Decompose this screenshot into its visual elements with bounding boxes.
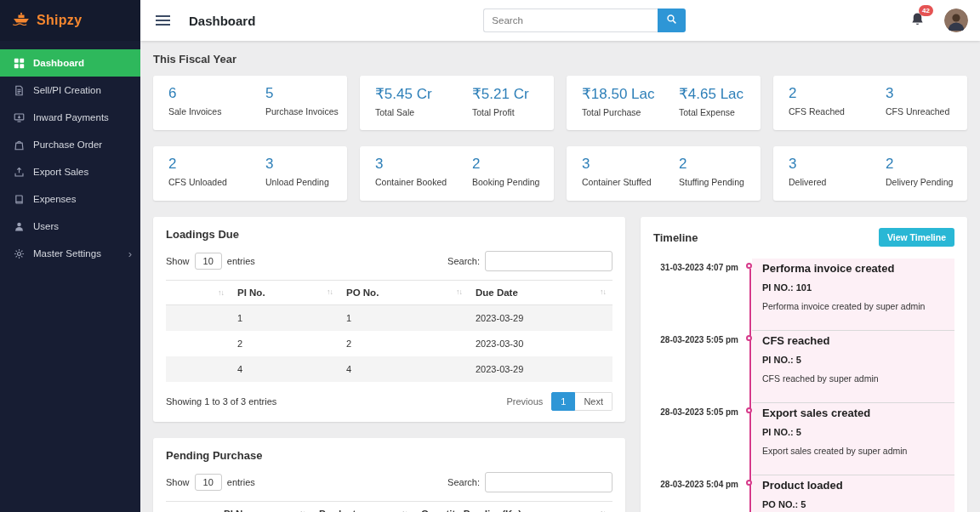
topbar: Dashboard 42	[140, 0, 980, 41]
sort-icon[interactable]: ↑↓	[600, 509, 606, 512]
sort-icon[interactable]: ↑↓	[327, 287, 333, 296]
sidebar-item-label: Master Settings	[33, 248, 101, 259]
column-header-pi-no[interactable]: PI No.↑↓	[217, 502, 312, 512]
column-header-pi-no[interactable]: PI No.↑↓	[231, 281, 339, 305]
stat-value: 3	[886, 85, 967, 102]
sidebar-item-inward-payments[interactable]: Inward Payments	[0, 104, 140, 131]
notification-badge: 42	[919, 5, 933, 16]
timeline-dot-icon	[746, 263, 752, 269]
sidebar-item-sell-pi-creation[interactable]: Sell/PI Creation	[0, 77, 140, 104]
column-header-quantity-pending[interactable]: Quantity Pending(Kg)↑↓	[414, 502, 612, 512]
sidebar-item-label: Dashboard	[33, 58, 84, 68]
timeline-entry-title: CFS reached	[762, 334, 944, 347]
stat-label: Total Expense	[679, 107, 761, 117]
stat-label: CFS Reached	[789, 106, 870, 117]
sort-icon[interactable]: ↑↓	[600, 287, 606, 296]
sort-icon[interactable]: ↑↓	[299, 509, 305, 512]
global-search	[483, 9, 686, 32]
stat-value: 3	[582, 156, 664, 173]
timeline-entry-content: Performa invoice created PI NO.: 101 Per…	[752, 259, 954, 331]
cell-pi-no: 1	[231, 305, 339, 332]
stat-card: ₹18.50 LacTotal Purchase ₹4.65 LacTotal …	[567, 76, 761, 130]
timeline-entry-desc: Performa invoice created by super admin	[762, 301, 944, 311]
sidebar-item-export-sales[interactable]: Export Sales	[0, 158, 140, 185]
column-header-po-no[interactable]: PO No.↑↓	[339, 281, 469, 305]
cell-due-date: 2023-03-29	[469, 305, 612, 332]
stat-card: 2CFS Unloaded 3Unload Pending	[153, 146, 347, 201]
cell-due-date: 2023-03-30	[469, 331, 612, 356]
loadings-due-search-input[interactable]	[485, 251, 612, 271]
stat-value: ₹18.50 Lac	[582, 85, 664, 103]
fiscal-year-heading: This Fiscal Year	[153, 53, 967, 65]
search-button[interactable]	[658, 9, 686, 32]
view-timeline-button[interactable]: View Timeline	[879, 228, 954, 247]
sidebar-item-label: Inward Payments	[33, 112, 109, 122]
search-input[interactable]	[483, 9, 658, 32]
sidebar-item-purchase-order[interactable]: Purchase Order	[0, 131, 140, 158]
search-icon	[666, 14, 677, 27]
column-header-product[interactable]: Product↑↓	[312, 502, 414, 512]
stat-label: Total Purchase	[582, 107, 664, 117]
timeline-date: 31-03-2023 4:07 pm	[653, 259, 738, 331]
sidebar-item-expenses[interactable]: Expenses	[0, 185, 140, 213]
next-page-button[interactable]: Next	[575, 392, 612, 411]
sidebar-item-dashboard[interactable]: Dashboard	[0, 49, 140, 77]
timeline-body: 31-03-2023 4:07 pm Performa invoice crea…	[653, 259, 954, 512]
stat-label: Total Sale	[375, 107, 457, 117]
avatar[interactable]	[944, 9, 968, 32]
stat-value: 3	[375, 156, 457, 173]
stat-value: 6	[168, 85, 250, 102]
sort-icon[interactable]: ↑↓	[402, 509, 407, 512]
stat-value: 2	[679, 156, 761, 173]
sidebar-item-label: Sell/PI Creation	[33, 85, 101, 95]
sidebar: Shipzy Dashboard Sell/PI Creation Inward…	[0, 0, 140, 512]
loadings-due-panel: Loadings Due Show 10 entries Search:	[153, 217, 625, 422]
timeline-entry-title: Performa invoice created	[762, 262, 944, 275]
stat-value: 2	[472, 156, 554, 173]
page-number-button[interactable]: 1	[551, 392, 575, 411]
stat-label: Container Stuffed	[582, 177, 664, 187]
cell-po-no: 2	[339, 331, 469, 356]
table-row[interactable]: 1 1 2023-03-29	[166, 305, 612, 332]
page-title: Dashboard	[189, 14, 255, 28]
stat-value: 5	[265, 85, 347, 102]
notifications-button[interactable]: 42	[909, 11, 926, 31]
timeline-entry-ref: PI NO.: 101	[762, 282, 944, 293]
column-header-due-date[interactable]: Due Date↑↓	[469, 281, 612, 305]
main-content: This Fiscal Year 6Sale Invoices 5Purchas…	[140, 41, 980, 512]
previous-page-button[interactable]: Previous	[498, 392, 551, 411]
column-header[interactable]: ↑↓	[166, 281, 231, 305]
stat-label: Delivery Pending	[886, 177, 967, 187]
pending-purchase-search-input[interactable]	[485, 472, 612, 492]
timeline-entry-ref: PI NO.: 5	[762, 355, 944, 365]
users-icon	[13, 220, 25, 232]
timeline-entry: 28-03-2023 5:05 pm CFS reached PI NO.: 5…	[653, 331, 954, 403]
sidebar-item-users[interactable]: Users	[0, 213, 140, 240]
timeline-panel: Timeline View Timeline 31-03-2023 4:07 p…	[641, 217, 967, 512]
timeline-entry-content: CFS reached PI NO.: 5 CFS reached by sup…	[752, 331, 954, 403]
stat-card: 6Sale Invoices 5Purchase Invoices	[153, 76, 347, 130]
topbar-right: 42	[909, 9, 968, 32]
cell-pi-no: 2	[231, 331, 339, 356]
hamburger-menu-icon[interactable]	[156, 13, 170, 28]
page-size-select[interactable]: 10	[195, 474, 222, 491]
app-logo[interactable]: Shipzy	[0, 0, 140, 41]
timeline-entry-title: Product loaded	[762, 479, 944, 492]
stat-label: Unload Pending	[265, 177, 347, 187]
timeline-date: 28-03-2023 5:04 pm	[653, 475, 738, 512]
expenses-icon	[13, 193, 25, 205]
stat-label: Stuffing Pending	[679, 177, 761, 187]
inward-payments-icon	[13, 111, 25, 123]
table-row[interactable]: 4 4 2023-03-29	[166, 356, 612, 382]
sort-icon[interactable]: ↑↓	[218, 288, 224, 297]
sort-icon[interactable]: ↑↓	[456, 287, 462, 296]
column-header[interactable]: ↑↓	[166, 502, 217, 512]
stat-card: 2CFS Reached 3CFS Unreached	[773, 76, 967, 130]
page-size-select[interactable]: 10	[195, 253, 222, 270]
timeline-entry-content: Export sales created PI NO.: 5 Export sa…	[752, 403, 954, 475]
sidebar-item-master-settings[interactable]: Master Settings ›	[0, 240, 140, 267]
table-search-label: Search:	[447, 256, 480, 266]
stat-value: ₹4.65 Lac	[679, 85, 761, 103]
table-row[interactable]: 2 2 2023-03-30	[166, 331, 612, 356]
gear-icon	[13, 247, 25, 259]
